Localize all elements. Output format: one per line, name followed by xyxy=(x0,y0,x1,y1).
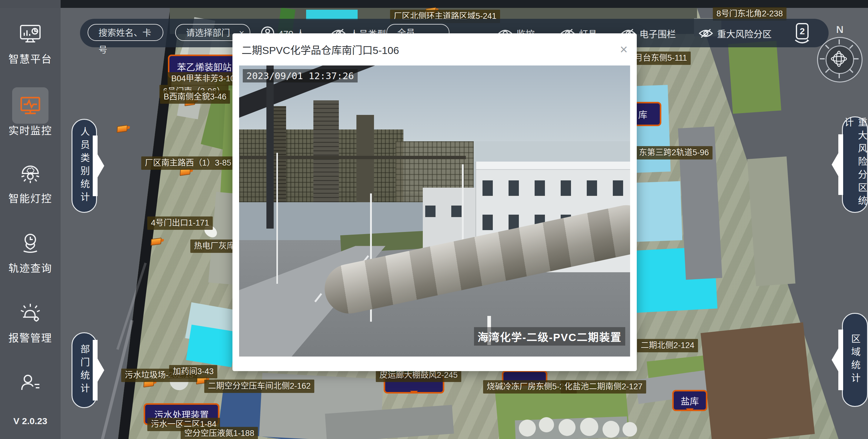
photo-roofline xyxy=(476,162,630,170)
camera-feed: 2023/09/01 12:37:26 海湾化学-二级-PVC二期装置 xyxy=(239,65,630,356)
map-label[interactable]: 空分空压液氮1-188 xyxy=(181,427,258,439)
sidebar-item-smart-platform[interactable]: 智慧平台 xyxy=(0,21,61,66)
map-terrain-block xyxy=(306,10,358,20)
toggle-label: 重大风险分区 xyxy=(717,27,772,40)
map-label[interactable]: B西南侧全貌3-46 xyxy=(160,90,230,104)
user-list-icon xyxy=(18,371,43,396)
map-label[interactable]: 加药间3-43 xyxy=(169,365,217,378)
map-terrain-block xyxy=(539,417,554,432)
sidebar-item-smart-lighting[interactable]: 智能灯控 xyxy=(0,161,61,205)
map-label[interactable]: 月台东侧5-111 xyxy=(631,52,691,65)
modal-header: 二期SPVC化学品仓库南门口5-106 × xyxy=(232,33,637,65)
photo-lamp-post xyxy=(276,153,278,284)
dimension-toggle-button[interactable]: 2 xyxy=(792,23,812,44)
sidebar-item-label: 轨迹查询 xyxy=(0,260,61,275)
modal-title: 二期SPVC化学品仓库南门口5-106 xyxy=(242,42,399,57)
map-label[interactable]: 厂区南主路西（1）3-85 xyxy=(141,156,235,170)
tab-label: 区域统计 xyxy=(848,334,862,386)
tab-label: 重大风险分区统计 xyxy=(841,117,868,212)
map-terrain-block xyxy=(559,419,576,436)
map-label[interactable]: 二期北侧2-124 xyxy=(637,339,698,352)
close-icon[interactable]: × xyxy=(620,43,628,56)
visibility-off-icon xyxy=(699,28,713,38)
camera-modal: 二期SPVC化学品仓库南门口5-106 × xyxy=(232,33,637,371)
compass[interactable]: N xyxy=(817,24,863,84)
map-terrain-block xyxy=(519,419,536,437)
alarm-manage-icon xyxy=(18,300,43,326)
photo-foreground-pole xyxy=(267,65,273,229)
compass-tick xyxy=(854,58,859,59)
map-terrain-block xyxy=(622,422,637,437)
svg-text:2: 2 xyxy=(800,26,805,36)
map-terrain-block xyxy=(747,156,796,286)
map-label[interactable]: 4号门出口1-171 xyxy=(147,216,213,230)
compass-tick xyxy=(839,39,840,44)
sidebar-item-label: 实时监控 xyxy=(0,122,61,137)
tab-region-stats[interactable]: 区域统计 xyxy=(842,313,868,407)
sidebar-item-label: 报警管理 xyxy=(0,330,61,345)
map-terrain-block xyxy=(580,418,598,436)
map-label[interactable]: 化盐池二期南侧2-127 xyxy=(561,380,646,393)
sidebar-item-user-list[interactable] xyxy=(0,371,61,396)
tab-label: 部门统计 xyxy=(78,344,91,396)
map-terrain-block xyxy=(701,322,815,439)
map-terrain-block xyxy=(632,85,671,173)
map-terrain-block xyxy=(186,325,237,367)
sidebar-item-label: 智能灯控 xyxy=(0,191,61,205)
map-label[interactable]: 东第三跨2轨道5-96 xyxy=(635,146,713,159)
map-label[interactable]: 二期空分空压车间北侧2-162 xyxy=(204,380,314,393)
tab-major-risk-zone-stats[interactable]: 重大风险分区统计 xyxy=(842,116,868,213)
camera-marker-icon[interactable] xyxy=(117,125,128,133)
map-terrain-block xyxy=(635,181,683,242)
toggle-major-risk-zone[interactable]: 重大风险分区 xyxy=(699,27,772,40)
app-version: V 2.0.23 xyxy=(0,416,61,426)
photo-windows xyxy=(483,180,625,196)
map-label[interactable]: 热电厂灰库 xyxy=(190,239,239,253)
track-query-icon xyxy=(18,230,43,256)
sidebar-item-label: 智慧平台 xyxy=(0,51,61,66)
compass-north-label: N xyxy=(817,24,863,35)
smart-light-icon xyxy=(18,161,43,186)
dimension-2d-icon: 2 xyxy=(792,23,812,44)
dashboard-monitor-icon xyxy=(18,21,43,47)
photo-tower xyxy=(313,100,339,202)
realtime-monitor-icon xyxy=(18,93,43,118)
tab-label: 人员类别统计 xyxy=(78,127,91,205)
map-area-callout[interactable]: 盐库 xyxy=(672,390,707,411)
app-root: 苯乙烯装卸站污水处理装置盐库库厂区北侧环主道路区域5-2418号门东北角2-23… xyxy=(0,0,868,439)
photo-windows xyxy=(425,206,475,217)
compass-tick xyxy=(839,74,840,78)
toggle-label: 电子围栏 xyxy=(640,27,676,40)
sidebar: 智慧平台 实时监控 智能灯控 xyxy=(0,0,61,439)
map-label[interactable]: B04甲苯非芳3-10 xyxy=(167,72,239,86)
sidebar-item-alarm-management[interactable]: 报警管理 xyxy=(0,300,61,345)
search-input[interactable]: 搜索姓名、卡号 xyxy=(88,24,163,41)
camera-watermark: 海湾化学-二级-PVC二期装置 xyxy=(474,327,625,346)
camera-timestamp: 2023/09/01 12:37:26 xyxy=(243,69,358,83)
compass-tick xyxy=(820,58,825,59)
sidebar-item-realtime-monitor[interactable]: 实时监控 xyxy=(0,93,61,137)
gyroscope-icon xyxy=(830,50,847,67)
sidebar-item-track-query[interactable]: 轨迹查询 xyxy=(0,230,61,275)
map-top-edge xyxy=(0,0,868,8)
department-select-value: 请选择部门 xyxy=(186,28,230,38)
map-terrain-block xyxy=(602,421,619,438)
map-terrain-block xyxy=(728,41,781,114)
